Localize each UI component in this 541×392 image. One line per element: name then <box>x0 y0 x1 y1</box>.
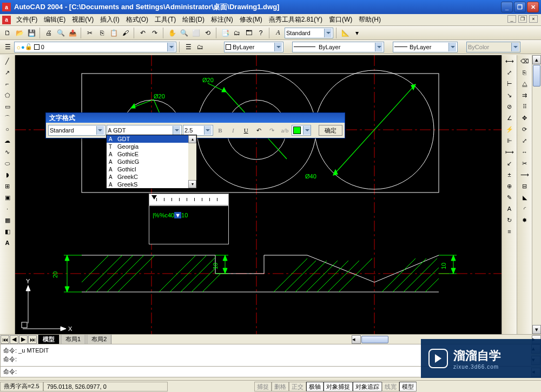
font-item-georgia[interactable]: TGeorgia <box>107 143 196 150</box>
dim-angular-tool[interactable]: ∠ <box>504 113 515 123</box>
drawing-canvas[interactable]: Ø20 Ø20 Ø40 20 10 10 <box>15 55 502 334</box>
grid-toggle[interactable]: 删格 <box>272 382 289 391</box>
scale-tool[interactable]: ⤢ <box>519 136 530 145</box>
child-restore-button[interactable]: ❐ <box>518 15 527 23</box>
toolpalettes-button[interactable]: 🗔 <box>243 28 254 38</box>
font-combo[interactable]: AGDT <box>107 125 182 136</box>
minimize-button[interactable]: _ <box>501 2 513 12</box>
ortho-toggle[interactable]: 正交 <box>289 382 306 391</box>
dropdown-icon[interactable] <box>448 43 456 51</box>
tab-last-button[interactable]: ⏭ <box>28 335 37 344</box>
font-item-gothici[interactable]: AGothicI <box>107 165 196 173</box>
help-button[interactable]: ? <box>255 28 266 38</box>
stack-button[interactable]: a/b <box>279 125 291 136</box>
stretch-tool[interactable]: ↔ <box>519 147 530 157</box>
mirror-tool[interactable]: ⧋ <box>519 79 530 89</box>
font-item-gdt[interactable]: AGDT <box>107 135 196 143</box>
undo-text-button[interactable]: ↶ <box>253 125 265 136</box>
open-button[interactable]: 📂 <box>14 28 25 38</box>
cut-button[interactable]: ✂ <box>84 28 95 38</box>
color-combo[interactable]: ByLayer <box>224 42 283 52</box>
snap-toggle[interactable]: 捕捉 <box>254 382 272 391</box>
textheight-combo[interactable]: 2.5 <box>183 125 213 136</box>
dropdown-icon[interactable]: ▾ <box>352 28 362 38</box>
menu-view[interactable]: 视图(V) <box>70 14 96 25</box>
text-format-title[interactable]: 文字格式 <box>46 113 345 123</box>
scroll-thumb[interactable] <box>361 336 388 343</box>
preview-button[interactable]: 🔍 <box>55 28 66 38</box>
scroll-thumb[interactable] <box>533 65 540 87</box>
dim-radius-tool[interactable]: ↘ <box>504 90 515 100</box>
scroll-left-button[interactable]: ◂ <box>352 335 361 344</box>
ellipse-tool[interactable]: ⬭ <box>2 158 13 168</box>
font-item-greekc[interactable]: AGreekC <box>107 173 196 181</box>
canvas-vertical-scrollbar[interactable]: ▴ ▾ <box>532 55 541 334</box>
move-tool[interactable]: ✥ <box>519 113 530 123</box>
font-item-greeks[interactable]: AGreekS <box>107 181 196 188</box>
model-toggle[interactable]: 模型 <box>399 382 417 391</box>
textstyle-combo[interactable]: Standard <box>48 125 105 136</box>
properties-button[interactable]: 📑 <box>220 28 230 38</box>
menu-edit[interactable]: 编辑(E) <box>42 14 68 25</box>
fillet-tool[interactable]: ◜ <box>519 204 530 214</box>
zoom-previous-button[interactable]: ⟲ <box>202 28 213 38</box>
paste-button[interactable]: 📋 <box>108 28 119 38</box>
line-tool[interactable]: ╱ <box>2 56 13 66</box>
insertblock-tool[interactable]: ⊞ <box>2 181 13 191</box>
zoom-realtime-button[interactable]: 🔍 <box>179 28 189 38</box>
fontlist-scrollbar[interactable]: ▴ ▾ <box>188 135 196 188</box>
otrack-toggle[interactable]: 对象追踪 <box>353 382 382 391</box>
hatch-tool[interactable]: ▩ <box>2 215 13 225</box>
dropdown-icon[interactable] <box>303 126 311 135</box>
dropdown-icon[interactable] <box>96 126 104 135</box>
redo-button[interactable]: ↷ <box>149 28 160 38</box>
tab-first-button[interactable]: ⏮ <box>1 335 9 344</box>
dim-ordinate-tool[interactable]: ⊢ <box>504 79 515 89</box>
dimstyle-button[interactable]: 📐 <box>340 28 351 38</box>
undo-button[interactable]: ↶ <box>137 28 148 38</box>
matchprop-button[interactable]: 🖌 <box>120 28 131 38</box>
lwt-toggle[interactable]: 线宽 <box>382 382 399 391</box>
tab-next-button[interactable]: ▶ <box>19 335 28 344</box>
maximize-button[interactable]: ❐ <box>514 2 526 12</box>
array-tool[interactable]: ⠿ <box>519 102 530 111</box>
leader-tool[interactable]: ↙ <box>504 158 515 168</box>
layer-manager-button[interactable]: 🗂 <box>195 42 206 52</box>
tab-layout2[interactable]: 布局2 <box>87 335 111 344</box>
pan-button[interactable]: ✋ <box>167 28 177 38</box>
layer-previous-button[interactable]: ☰ <box>183 42 194 52</box>
lineweight-combo[interactable]: ByLayer <box>393 42 458 52</box>
xline-tool[interactable]: ↗ <box>2 68 13 77</box>
dropdown-icon[interactable] <box>204 126 212 135</box>
dropdown-icon[interactable] <box>167 43 175 51</box>
dropdown-icon[interactable] <box>375 43 382 51</box>
spline-tool[interactable]: ∿ <box>2 147 13 157</box>
menu-yanxiu[interactable]: 燕秀工具箱2.81(Y) <box>267 14 325 25</box>
close-button[interactable]: ✕ <box>527 2 539 12</box>
menu-help[interactable]: 帮助(H) <box>357 14 383 25</box>
bold-button[interactable]: B <box>214 125 226 136</box>
dimedit-tool[interactable]: ✎ <box>504 192 515 202</box>
trim-tool[interactable]: ✂ <box>519 158 530 168</box>
scroll-up-button[interactable]: ▴ <box>532 55 541 64</box>
designcenter-button[interactable]: 🗂 <box>232 28 242 38</box>
erase-tool[interactable]: ⌫ <box>519 56 530 66</box>
copy-button[interactable]: ⎘ <box>96 28 107 38</box>
tab-model[interactable]: 模型 <box>38 335 60 344</box>
point-tool[interactable]: · <box>2 204 13 214</box>
save-button[interactable]: 💾 <box>26 28 37 38</box>
offset-tool[interactable]: ⇉ <box>519 90 530 100</box>
linetype-combo[interactable]: ByLayer <box>292 42 384 52</box>
dim-diameter-tool[interactable]: ⊘ <box>504 102 515 111</box>
dim-aligned-tool[interactable]: ⤢ <box>504 68 515 77</box>
dim-quick-tool[interactable]: ⚡ <box>504 124 515 134</box>
tolerance-tool[interactable]: ± <box>504 170 515 180</box>
ellipsearc-tool[interactable]: ◗ <box>2 170 13 180</box>
dimupdate-tool[interactable]: ↻ <box>504 215 515 225</box>
dim-baseline-tool[interactable]: ⊩ <box>504 136 515 145</box>
print-button[interactable]: 🖨 <box>43 28 54 38</box>
circle-tool[interactable]: ○ <box>2 124 13 134</box>
makeblock-tool[interactable]: ▣ <box>2 192 13 202</box>
publish-button[interactable]: 📤 <box>67 28 78 38</box>
child-close-button[interactable]: × <box>529 15 538 23</box>
